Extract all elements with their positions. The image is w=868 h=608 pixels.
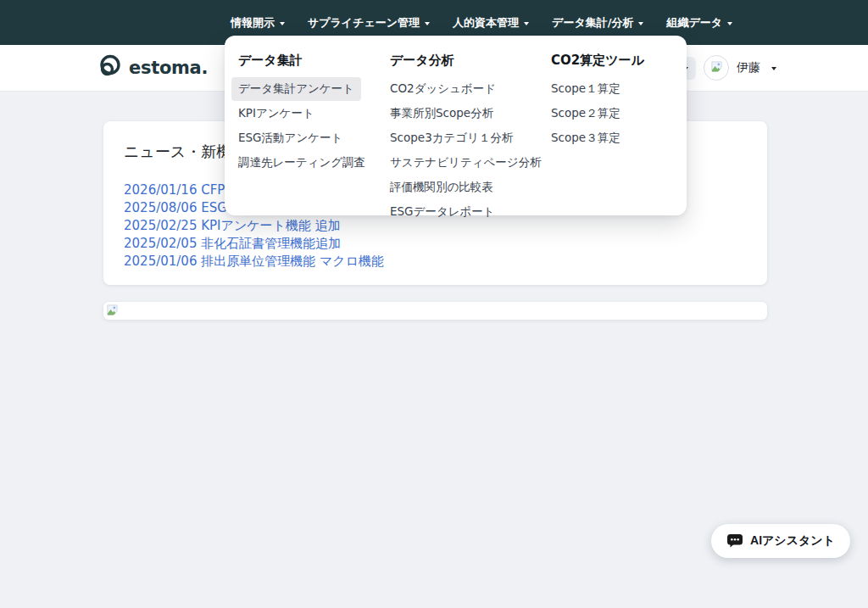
menu-item[interactable]: 事業所別Scope分析 (383, 102, 500, 126)
chevron-down-icon (638, 22, 643, 25)
chevron-down-icon (524, 22, 529, 25)
chat-bubble-icon (726, 532, 743, 551)
nav-item-label: データ集計/分析 (552, 15, 633, 31)
brand-name: estoma. (129, 58, 208, 78)
chevron-down-icon (727, 22, 732, 25)
nav-item-label: 情報開示 (231, 15, 275, 31)
nav-item-1[interactable]: サプライチェーン管理 (308, 15, 430, 31)
mega-dropdown-panel: データ集計データ集計アンケートKPIアンケートESG活動アンケート調達先レーティ… (225, 36, 687, 215)
nav-item-4[interactable]: 組織データ (666, 15, 732, 31)
dropdown-column-title: データ分析 (390, 53, 551, 69)
dropdown-column-1: データ分析CO2ダッシュボード事業所別Scope分析Scope3カテゴリ１分析サ… (390, 53, 551, 204)
ai-assistant-button[interactable]: AIアシスタント (711, 524, 850, 558)
menu-item[interactable]: CO2ダッシュボード (383, 77, 503, 101)
brand-logo[interactable]: estoma. (96, 45, 208, 91)
dropdown-column-title: CO2算定ツール (551, 53, 673, 69)
user-menu[interactable]: 伊藤 (737, 60, 776, 75)
user-name: 伊藤 (737, 60, 760, 75)
nav-item-2[interactable]: 人的資本管理 (453, 15, 529, 31)
news-link[interactable]: 2025/01/06 排出原単位管理機能 マクロ機能 (124, 253, 747, 271)
menu-item[interactable]: Scope２算定 (544, 102, 627, 126)
dropdown-column-0: データ集計データ集計アンケートKPIアンケートESG活動アンケート調達先レーティ… (238, 53, 390, 204)
menu-item[interactable]: ESGデータレポート (383, 200, 502, 224)
menu-item[interactable]: KPIアンケート (231, 102, 321, 126)
chevron-down-icon (425, 22, 430, 25)
nav-item-0[interactable]: 情報開示 (231, 15, 285, 31)
menu-item[interactable]: Scope3カテゴリ１分析 (383, 126, 520, 150)
dropdown-column-2: CO2算定ツールScope１算定Scope２算定Scope３算定 (551, 53, 673, 204)
estoma-knot-icon (96, 53, 124, 82)
menu-item[interactable]: 評価機関別の比較表 (383, 176, 500, 199)
nav-item-label: サプライチェーン管理 (308, 15, 420, 31)
news-link[interactable]: 2025/02/05 非化石証書管理機能追加 (124, 235, 747, 253)
banner-card[interactable] (103, 302, 767, 320)
menu-item[interactable]: ESG活動アンケート (231, 126, 349, 150)
nav-item-label: 人的資本管理 (453, 15, 519, 31)
chevron-down-icon (771, 67, 776, 70)
ai-assistant-label: AIアシスタント (750, 533, 835, 549)
nav-item-label: 組織データ (666, 15, 722, 31)
broken-image-icon (710, 60, 723, 76)
menu-item[interactable]: 調達先レーティング調査 (231, 151, 372, 175)
menu-item[interactable]: サステナビリティページ分析 (383, 151, 548, 175)
chevron-down-icon (280, 22, 285, 25)
menu-item[interactable]: Scope１算定 (544, 77, 627, 101)
menu-item[interactable]: Scope３算定 (544, 126, 627, 150)
menu-item[interactable]: データ集計アンケート (231, 77, 361, 101)
avatar[interactable] (704, 55, 729, 81)
nav-item-3[interactable]: データ集計/分析 (552, 15, 643, 31)
broken-image-icon (106, 304, 119, 320)
dropdown-column-title: データ集計 (238, 53, 390, 69)
